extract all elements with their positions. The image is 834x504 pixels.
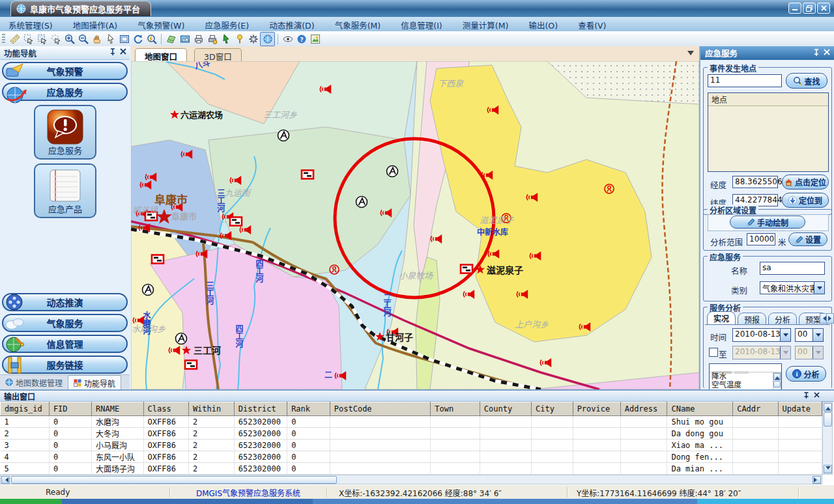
scroll-right-icon[interactable] [812, 476, 821, 484]
identify-cursor-icon[interactable] [219, 33, 233, 46]
analysis-range-input[interactable]: 10000 [747, 233, 775, 245]
column-header[interactable]: Update [778, 402, 822, 416]
pan-hand-icon[interactable] [90, 33, 104, 46]
tab-scroll-right[interactable] [826, 313, 834, 324]
station-flag-icon[interactable] [302, 171, 313, 179]
tab-function-navigation[interactable]: 功能导航 [68, 375, 121, 390]
to-checkbox[interactable] [709, 348, 718, 357]
column-header[interactable]: District [234, 402, 287, 416]
tab-live[interactable]: 实况 [707, 311, 736, 324]
table-row[interactable]: 50大面场子沟OXFF8626523020000Da mian ... [1, 463, 822, 475]
tab-analysis[interactable]: 分析 [768, 313, 797, 324]
pointer-icon[interactable] [104, 33, 117, 46]
swipe-eye-icon[interactable] [281, 33, 295, 46]
column-header[interactable]: FID [49, 402, 91, 416]
station-flag-icon[interactable] [230, 217, 242, 226]
column-header[interactable]: CName [667, 402, 733, 416]
service-name-input[interactable]: sa [760, 262, 825, 275]
map-canvas[interactable]: 八斗 六运湖农场 三工河乡 下西泉 九运街 阜康市 城关镇 阜康市 滋泥泉子 中… [131, 61, 699, 389]
menu-output[interactable]: 输出(O) [520, 17, 566, 31]
nav-group-emergency-service[interactable]: 应急服务 [2, 83, 128, 101]
column-header[interactable]: RNAME [92, 402, 144, 416]
menu-dynamic-simulation[interactable]: 动态推演(D) [261, 17, 323, 31]
scroll-up-icon[interactable] [824, 403, 832, 412]
globe-service-icon[interactable] [260, 32, 275, 46]
element-listbox[interactable]: 降水 空气温度 [709, 363, 782, 391]
nav-group-info-management[interactable]: 信息管理 [2, 335, 128, 353]
location-search-input[interactable]: 11 [708, 74, 782, 87]
pin-icon[interactable] [803, 392, 809, 399]
table-row[interactable]: 40东风一小队OXFF8626523020000Dong fen... [1, 451, 822, 463]
location-list[interactable]: 地点 [708, 92, 829, 172]
select-lasso-icon[interactable] [49, 33, 63, 46]
list-item[interactable]: 空气温度 [712, 381, 773, 389]
manual-draw-button[interactable]: 手动绘制 [730, 216, 805, 229]
pin-icon[interactable] [109, 48, 116, 56]
column-header[interactable]: CAddr [733, 402, 778, 416]
pin-marker-icon[interactable] [233, 33, 246, 46]
toolbar-grip[interactable] [2, 34, 5, 44]
scroll-down-icon[interactable] [824, 465, 832, 473]
table-row[interactable]: 20大冬沟OXFF8626523020000Da dong gou [1, 428, 822, 440]
column-header[interactable]: Class [143, 402, 188, 416]
monument-circle-icon[interactable] [143, 285, 154, 296]
output-vscrollbar[interactable] [822, 402, 833, 475]
column-header[interactable]: Address [620, 402, 667, 416]
column-header[interactable]: Within [188, 402, 234, 416]
monument-circle-icon[interactable] [387, 166, 398, 177]
table-row[interactable]: 10水磨沟OXFF8626523020000Shui mo gou [1, 416, 822, 428]
nav-group-weather-warning[interactable]: 气象预警 [2, 62, 128, 80]
locate-to-button[interactable]: 定位到 [782, 193, 829, 208]
map-svg[interactable]: 八斗 六运湖农场 三工河乡 下西泉 九运街 阜康市 城关镇 阜康市 滋泥泉子 中… [131, 61, 699, 389]
column-header[interactable]: Provice [573, 402, 620, 416]
service-type-dropdown[interactable]: 气象和洪水灾害 [760, 281, 825, 294]
hour-dropdown[interactable]: 00 [795, 328, 824, 342]
column-header[interactable]: PostCode [330, 402, 431, 416]
select-box-icon[interactable] [35, 33, 49, 46]
nav-group-weather-service[interactable]: 气象服务 [2, 314, 128, 332]
tab-forecast[interactable]: 预报 [738, 313, 766, 324]
column-header[interactable]: Town [431, 402, 480, 416]
find-button[interactable]: 查找 [786, 73, 827, 89]
zoom-in-icon[interactable] [63, 33, 76, 46]
emergency-service-big-button[interactable]: 应急服务 [34, 105, 96, 160]
full-extent-icon[interactable] [117, 33, 131, 46]
menu-weather-warning[interactable]: 气象预警(W) [129, 17, 193, 31]
analyze-button[interactable]: i 分析 [786, 366, 826, 382]
monument-circle-icon[interactable] [356, 197, 367, 208]
help-icon[interactable]: ? [295, 33, 308, 46]
close-button[interactable] [817, 3, 830, 14]
close-icon[interactable] [824, 49, 830, 55]
menu-map-operations[interactable]: 地图操作(A) [65, 17, 126, 31]
station-flag-icon[interactable] [461, 265, 472, 273]
zoom-out-icon[interactable] [76, 33, 90, 46]
nav-group-dynamic-simulation[interactable]: 动态推演 [2, 293, 128, 311]
longitude-input[interactable]: 88.3625506 [732, 176, 778, 188]
dropdown-arrow-icon[interactable] [814, 282, 824, 294]
close-icon[interactable] [814, 392, 820, 398]
output-table-container[interactable]: dmgis_idFIDRNAMEClassWithinDistrictRankP… [0, 402, 822, 475]
station-flag-icon[interactable] [152, 255, 164, 264]
scroll-up-icon[interactable] [773, 373, 781, 380]
column-header[interactable]: Rank [287, 402, 330, 416]
column-header[interactable]: County [480, 402, 531, 416]
dropdown-arrow-icon[interactable] [780, 329, 790, 341]
scroll-left-icon[interactable] [1, 476, 10, 484]
column-header[interactable]: dmgis_id [1, 402, 50, 416]
map-tab-dropdown-icon[interactable] [687, 51, 694, 59]
measure-icon[interactable] [8, 33, 22, 46]
print-icon[interactable] [192, 33, 205, 46]
print-setup-icon[interactable] [205, 33, 219, 46]
restore-button[interactable] [803, 3, 816, 14]
date-to-dropdown[interactable]: 2010-08-13 [732, 346, 791, 359]
click-locate-button[interactable]: 点击定位 [782, 175, 829, 189]
menu-view[interactable]: 查看(V) [569, 17, 614, 31]
select-arrow-icon[interactable] [22, 33, 35, 46]
minimize-button[interactable] [788, 3, 801, 14]
monument-circle-icon[interactable] [278, 130, 289, 141]
layers-map-icon[interactable] [164, 33, 178, 46]
emergency-product-big-button[interactable]: 应急产品 [34, 163, 96, 218]
settings-gear-icon[interactable] [246, 33, 260, 46]
monument-circle-icon[interactable] [176, 333, 187, 344]
table-row[interactable]: 30小马厩沟OXFF8626523020000Xiao ma ... [1, 440, 822, 451]
